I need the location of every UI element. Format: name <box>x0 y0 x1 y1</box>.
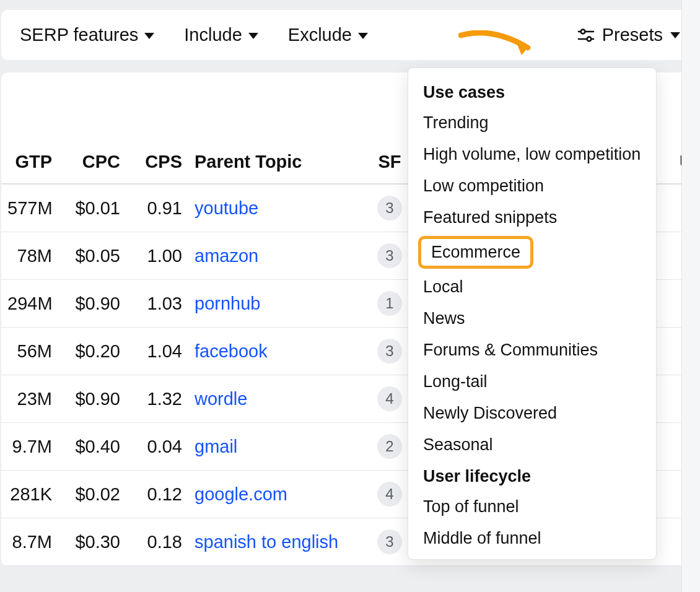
preset-option[interactable]: News <box>408 303 656 334</box>
exclude-filter[interactable]: Exclude <box>288 25 368 45</box>
presets-button[interactable]: Presets <box>577 25 680 45</box>
cell-cpc: $0.20 <box>58 328 126 375</box>
filter-label: Include <box>184 25 242 45</box>
cell-cps: 1.04 <box>126 328 188 375</box>
col-cpc[interactable]: CPC <box>58 141 126 184</box>
cell-cps: 1.03 <box>126 280 188 328</box>
cell-gtp: 9.7M <box>1 423 58 471</box>
preset-option[interactable]: Middle of funnel <box>408 523 656 554</box>
cell-cps: 0.12 <box>126 471 188 518</box>
annotation-arrow-icon <box>458 30 539 63</box>
preset-option[interactable]: High volume, low competition <box>408 139 656 170</box>
cell-cpc: $0.01 <box>58 184 126 232</box>
cell-cps: 0.18 <box>126 518 188 566</box>
presets-label: Presets <box>602 25 663 45</box>
cell-cpc: $0.30 <box>58 518 126 566</box>
col-parent[interactable]: Parent Topic <box>188 141 362 184</box>
cell-parent-topic[interactable]: pornhub <box>188 280 362 328</box>
cell-gtp: 577M <box>1 184 58 232</box>
include-filter[interactable]: Include <box>184 25 258 45</box>
filter-bar: SERP features Include Exclude Presets <box>1 10 699 60</box>
cell-gtp: 78M <box>1 232 58 280</box>
preset-option[interactable]: Newly Discovered <box>408 398 656 429</box>
filter-label: SERP features <box>20 25 138 45</box>
cell-parent-topic[interactable]: google.com <box>188 471 362 518</box>
chevron-down-icon <box>144 33 154 39</box>
cell-cps: 1.32 <box>126 375 188 423</box>
preset-option[interactable]: Ecommerce <box>418 236 533 269</box>
svg-point-3 <box>587 37 591 41</box>
cell-gtp: 23M <box>1 375 58 423</box>
scrollbar-track[interactable] <box>681 0 700 592</box>
cell-parent-topic[interactable]: wordle <box>188 375 362 423</box>
cell-gtp: 294M <box>1 280 58 328</box>
cell-cpc: $0.40 <box>58 423 126 471</box>
filter-label: Exclude <box>288 25 352 45</box>
preset-option[interactable]: Featured snippets <box>408 202 656 233</box>
cell-cpc: $0.02 <box>58 471 126 518</box>
cell-gtp: 281K <box>1 471 58 518</box>
cell-parent-topic[interactable]: youtube <box>188 184 362 232</box>
cell-cpc: $0.90 <box>58 375 126 423</box>
chevron-down-icon <box>248 33 258 39</box>
cell-parent-topic[interactable]: facebook <box>188 328 362 375</box>
dropdown-heading-use-cases: Use cases <box>408 77 656 107</box>
cell-cpc: $0.90 <box>58 280 126 328</box>
preset-option[interactable]: Forums & Communities <box>408 334 656 366</box>
presets-dropdown: Use cases TrendingHigh volume, low compe… <box>408 67 657 560</box>
cell-gtp: 8.7M <box>1 518 58 566</box>
dropdown-heading-user-lifecycle: User lifecycle <box>408 461 656 491</box>
preset-option[interactable]: Seasonal <box>408 429 656 461</box>
cell-cps: 1.00 <box>126 232 188 280</box>
preset-option[interactable]: Long-tail <box>408 366 656 398</box>
chevron-down-icon <box>358 33 368 39</box>
cell-cps: 0.04 <box>126 423 188 471</box>
cell-cps: 0.91 <box>126 184 188 232</box>
col-cps[interactable]: CPS <box>126 141 188 184</box>
preset-option[interactable]: Local <box>408 271 656 303</box>
chevron-down-icon <box>670 32 680 38</box>
col-gtp[interactable]: GTP <box>1 141 58 184</box>
cell-cpc: $0.05 <box>58 232 126 280</box>
svg-point-1 <box>580 29 585 33</box>
cell-parent-topic[interactable]: spanish to english <box>188 518 362 566</box>
cell-gtp: 56M <box>1 328 58 375</box>
cell-parent-topic[interactable]: amazon <box>188 232 362 280</box>
sliders-icon <box>577 28 595 43</box>
serp-features-filter[interactable]: SERP features <box>20 25 154 45</box>
preset-option[interactable]: Top of funnel <box>408 491 656 523</box>
preset-option[interactable]: Low competition <box>408 170 656 202</box>
preset-option[interactable]: Trending <box>408 107 656 139</box>
cell-parent-topic[interactable]: gmail <box>188 423 362 471</box>
